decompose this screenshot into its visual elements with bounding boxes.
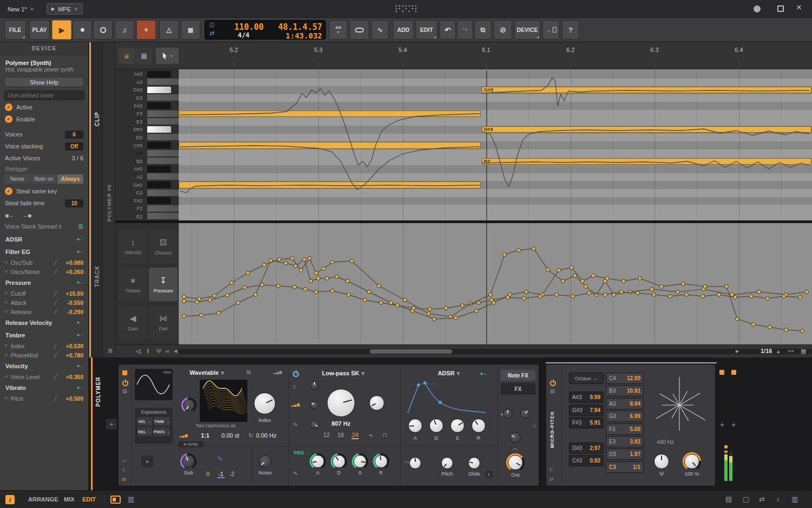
filter-type-select[interactable]: Low-pass SK▾ [303,370,384,377]
adsr-attack-knob[interactable] [408,419,422,433]
pitch-knob[interactable] [441,457,453,469]
notch-shape-icon[interactable]: ⊓ [383,432,388,439]
wavetable-position-knob[interactable] [183,399,195,411]
feg-wave-icon[interactable]: ∿ [293,470,298,477]
io-panel-icon[interactable]: ⇄ [759,495,765,503]
expression-lane-velocity[interactable]: ↕Velocity [119,230,147,263]
cutoff-knob[interactable] [327,389,355,417]
mapping-curve-icon[interactable]: ╱ [54,343,57,349]
filter-env-amount-knob[interactable] [310,381,319,390]
mod-amount-value[interactable]: -0.290 [60,309,83,315]
link-icon[interactable]: ∞ [165,348,169,354]
adsr-sustain-knob[interactable] [450,419,464,433]
ruler-label-6.1[interactable]: 6.1 [475,47,497,53]
expression-lane-pressure[interactable]: ↧Pressure [149,268,178,301]
file-button[interactable]: FILE [4,20,26,40]
close-tab-icon[interactable]: × [30,5,34,13]
mod-source-release-velocity[interactable]: Release Velocity●→ [0,316,88,329]
micropitch-octave-header[interactable]: Octave → [569,373,604,384]
mod-target-row[interactable]: ✕Release╱-0.290 [0,307,88,316]
voices-value[interactable]: 6 [65,131,83,139]
reference-pitch-value[interactable]: 440 Hz [649,439,682,445]
env-curve-knob[interactable] [409,457,421,469]
velocity-meter-icon[interactable]: ‖ [147,348,149,354]
mod-target-row[interactable]: ✕PhaseMod╱+0.780 [0,350,88,360]
browser-panel-icon[interactable]: ▤ [725,495,732,503]
expression-lane-gain[interactable]: ◀Gain [119,305,147,339]
mod-source-pressure[interactable]: Pressure●→ [0,276,88,289]
layers-icon[interactable]: ≣ [108,347,113,354]
add-device-button[interactable]: + [106,419,117,429]
fx-tab[interactable]: FX [501,383,535,395]
remove-mapping-icon[interactable]: ✕ [4,353,8,357]
expression-lane-timbre[interactable]: ∗Timbre [119,268,147,301]
note-out-icon[interactable]: →◉ [23,213,32,218]
steal-fade-value[interactable]: 10 [65,199,83,207]
micropitch-io-icon[interactable]: ⇄ [549,477,554,482]
note-C#3[interactable] [179,142,481,148]
micropitch-note-value[interactable]: 5.91 [590,420,600,426]
piano-key-F3[interactable] [147,110,179,118]
note-G#2[interactable] [179,181,481,188]
song-position[interactable]: 48.1.4.57 [266,22,322,32]
micropitch-note-value[interactable]: 8.94 [630,401,640,407]
play-menu-button[interactable]: PLAY [29,20,50,40]
mod-amount-value[interactable]: +0.500 [60,395,83,402]
osc-ratio-value[interactable]: 1:1 [201,432,209,439]
mod-target-row[interactable]: ✕Oscs/Noise╱+0.260 [0,267,88,276]
micropitch-note-value[interactable]: 1/1 [633,464,640,470]
remove-mapping-icon[interactable]: ✕ [4,300,8,305]
mod-amount-value[interactable]: +0.530 [60,343,83,349]
piano-key-F#3[interactable] [147,102,171,109]
tempo-value[interactable]: 110.00 [224,22,264,32]
audition-notes-icon[interactable]: ◁ [136,348,140,355]
wavetable-expand-icon[interactable]: ⊞ [246,369,251,375]
delete-button[interactable]: ⊘ [494,20,512,40]
mod-amount-value[interactable]: +0.360 [60,374,83,380]
mod-amount-value[interactable]: +0.260 [60,269,83,275]
micropitch-note-G#3[interactable]: G#37.94 [569,405,604,416]
micropitch-note-value[interactable]: 7.94 [590,407,600,413]
micropitch-name-vertical[interactable]: MICRO-PITCH [548,397,556,462]
adsr-mod-route-icon[interactable]: ●→ [480,371,487,376]
sub-wave-icon[interactable]: ∿ [217,454,222,462]
micropitch-note-F3[interactable]: F35.00 [606,424,644,435]
mapping-curve-icon[interactable]: ╱ [54,260,57,265]
project-tab-new1[interactable]: New 1* × [3,3,38,15]
voice-stacking-value[interactable]: Off [65,142,83,151]
micropitch-note-value[interactable]: 9.99 [590,394,600,400]
osc-detune-value[interactable]: 0.00 Hz [256,432,277,439]
slope-24[interactable]: 24 [351,432,359,439]
notefx-mix-knob[interactable] [520,409,530,419]
mod-source-vibrato[interactable]: Vibrato●→ [0,381,88,394]
env-amount-knob[interactable] [510,432,521,443]
h-scrollbar-track[interactable] [179,349,812,354]
sync-pill[interactable]: ⇄SYNC [178,441,204,447]
h-scrollbar-thumb[interactable] [370,349,452,354]
micropitch-note-value[interactable]: 1.97 [630,451,640,457]
sub-level-knob[interactable] [182,455,195,468]
wavetable-bars-icon[interactable]: ▂▄▆ [273,370,282,374]
close-tab-icon[interactable]: × [74,5,78,13]
retrigger-option-note-on[interactable]: Note on [31,174,57,184]
micropitch-tune-knob[interactable] [654,454,669,469]
expression-area[interactable] [179,223,812,344]
sync-mode-icon[interactable]: ⇄ [209,30,214,37]
polymer-power-button[interactable] [122,380,128,386]
polymer-panel-icon[interactable]: ▤ [122,388,127,394]
micropitch-note-value[interactable]: 3.92 [630,439,640,445]
retrigger-option-never[interactable]: Never [4,174,31,184]
remove-mapping-icon[interactable]: ✕ [4,374,8,379]
active-checkbox[interactable]: ✓ [5,103,12,111]
mapping-curve-icon[interactable]: ╱ [54,374,57,380]
grid-size-value[interactable]: 1/16 [761,348,772,354]
piano-key-G2[interactable] [147,190,179,197]
micropitch-amount-knob[interactable] [684,454,699,469]
punch-button[interactable]: + [136,20,156,40]
add-button[interactable]: ADD [393,20,414,40]
keytrack-bars-icon[interactable]: ▂▄▆ [179,433,188,437]
time-signature[interactable]: 4/4 [224,31,264,39]
close-window-icon[interactable]: × [796,2,802,13]
micropitch-note-value[interactable]: 6.99 [630,413,640,419]
micropitch-note-C3[interactable]: C31/1 [606,461,644,473]
